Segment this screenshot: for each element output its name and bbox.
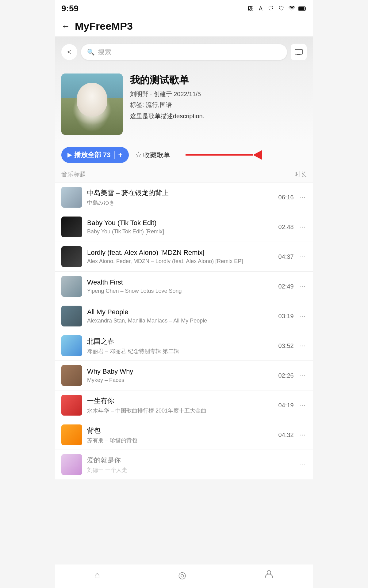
favorite-button[interactable]: ☆ 收藏歌单 (135, 150, 170, 160)
song-title: 背包 (87, 426, 270, 435)
song-subtitle: 刘德一 一个人走 (87, 466, 270, 474)
svg-rect-2 (295, 49, 302, 54)
play-all-label: 播放全部 73 (74, 150, 111, 160)
song-list: 中岛美雪 – 骑在银龙的背上 中島みゆき 06:16 ··· Baby You … (55, 183, 313, 480)
star-icon: ☆ (135, 150, 142, 159)
plus-icon: + (118, 151, 123, 159)
search-back-button[interactable]: < (61, 44, 77, 60)
song-more-button[interactable]: ··· (299, 223, 307, 231)
wifi-icon (288, 6, 296, 12)
status-icons: 🖼 A 🛡 🛡 (246, 6, 307, 12)
status-bar: 9:59 🖼 A 🛡 🛡 (55, 0, 313, 16)
action-row: ▶ 播放全部 73 + ☆ 收藏歌单 (55, 141, 313, 168)
song-duration: 06:16 (275, 194, 294, 201)
song-more-button[interactable]: ··· (299, 431, 307, 439)
song-more-button[interactable]: ··· (299, 371, 307, 379)
playlist-title: 我的测试歌单 (130, 74, 307, 87)
song-subtitle: Yipeng Chen – Snow Lotus Love Song (87, 288, 270, 294)
song-duration: 04:19 (275, 402, 294, 409)
song-item[interactable]: 爱的就是你 刘德一 一个人走 ··· (55, 450, 313, 480)
song-info: 爱的就是你 刘德一 一个人走 (87, 456, 270, 474)
song-more-button[interactable]: ··· (299, 461, 307, 469)
song-duration: 04:32 (275, 432, 294, 439)
song-title: Baby You (Tik Tok Edit) (87, 219, 270, 227)
nav-discover[interactable]: ◎ (178, 570, 186, 580)
play-icon: ▶ (67, 152, 72, 158)
song-info: Lordly (feat. Alex Aiono) [MDZN Remix] A… (87, 249, 270, 265)
song-item[interactable]: All My People Alexandra Stan, Manilla Ma… (55, 301, 313, 331)
song-thumbnail (61, 217, 82, 237)
song-more-button[interactable]: ··· (299, 253, 307, 261)
song-duration: 02:26 (275, 372, 294, 379)
playlist-info: 我的测试歌单 刘明野 · 创建于 2022/11/5 标签: 流行,国语 这里是… (55, 66, 313, 141)
svg-rect-1 (299, 7, 305, 10)
song-item[interactable]: Baby You (Tik Tok Edit) Baby You (Tik To… (55, 212, 313, 242)
song-info: Wealth First Yipeng Chen – Snow Lotus Lo… (87, 278, 270, 294)
playlist-meta: 刘明野 · 创建于 2022/11/5 (130, 90, 307, 98)
back-button[interactable]: ← (61, 21, 70, 31)
song-subtitle: 中島みゆき (87, 199, 270, 206)
song-item[interactable]: 北国之春 邓丽君 – 邓丽君 纪念特别专辑 第二辑 03:52 ··· (55, 331, 313, 361)
song-item[interactable]: 背包 苏有朋 – 珍惜的背包 04:32 ··· (55, 420, 313, 450)
song-thumbnail (61, 306, 82, 326)
battery-icon (298, 6, 307, 12)
song-item[interactable]: 一生有你 水木年华 – 中国歌曲排行榜 2001年度十五大金曲 04:19 ··… (55, 390, 313, 420)
nav-profile[interactable] (264, 569, 274, 581)
playlist-description: 这里是歌单描述description. (130, 112, 307, 120)
shield-icon: 🛡 (267, 6, 275, 12)
profile-icon (264, 569, 274, 581)
song-item[interactable]: Lordly (feat. Alex Aiono) [MDZN Remix] A… (55, 242, 313, 272)
playlist-tags: 标签: 流行,国语 (130, 101, 307, 109)
cover-image (61, 74, 123, 135)
song-info: 背包 苏有朋 – 珍惜的背包 (87, 426, 270, 444)
annotation-arrow (186, 150, 262, 160)
search-area: < 🔍 搜索 (55, 37, 313, 66)
song-title: Why Baby Why (87, 368, 270, 375)
search-placeholder: 搜索 (98, 47, 111, 57)
home-icon: ⌂ (94, 570, 100, 580)
screen-cast-button[interactable] (291, 44, 307, 60)
song-item[interactable]: Why Baby Why Mykey – Faces 02:26 ··· (55, 361, 313, 390)
shield2-icon: 🛡 (277, 6, 286, 12)
song-info: Why Baby Why Mykey – Faces (87, 368, 270, 383)
song-list-header: 音乐标题 时长 (55, 168, 313, 183)
song-title: 爱的就是你 (87, 456, 270, 465)
playlist-cover (61, 74, 123, 135)
song-info: 一生有你 水木年华 – 中国歌曲排行榜 2001年度十五大金曲 (87, 396, 270, 414)
discover-icon: ◎ (178, 570, 186, 580)
song-thumbnail (61, 454, 82, 475)
song-more-button[interactable]: ··· (299, 401, 307, 409)
song-info: 中岛美雪 – 骑在银龙的背上 中島みゆき (87, 188, 270, 206)
song-thumbnail (61, 246, 82, 267)
song-item[interactable]: Wealth First Yipeng Chen – Snow Lotus Lo… (55, 272, 313, 301)
song-subtitle: 邓丽君 – 邓丽君 纪念特别专辑 第二辑 (87, 348, 270, 355)
song-title: 一生有你 (87, 396, 270, 405)
app-header: ← MyFreeMP3 (55, 16, 313, 37)
song-more-button[interactable]: ··· (299, 193, 307, 201)
app-title: MyFreeMP3 (75, 20, 133, 32)
song-thumbnail (61, 335, 82, 356)
song-more-button[interactable]: ··· (299, 282, 307, 290)
song-subtitle: 苏有朋 – 珍惜的背包 (87, 437, 270, 444)
song-duration: 02:49 (275, 283, 294, 290)
text-icon: A (256, 6, 265, 12)
song-info: 北国之春 邓丽君 – 邓丽君 纪念特别专辑 第二辑 (87, 337, 270, 355)
nav-home[interactable]: ⌂ (94, 570, 100, 580)
song-subtitle: Baby You (Tik Tok Edit) [Remix] (87, 228, 270, 235)
song-more-button[interactable]: ··· (299, 312, 307, 320)
song-title: 北国之春 (87, 337, 270, 346)
arrow-head (253, 150, 262, 160)
song-subtitle: Alexandra Stan, Manilla Maniacs – All My… (87, 318, 270, 324)
status-time: 9:59 (61, 4, 79, 13)
song-subtitle: 水木年华 – 中国歌曲排行榜 2001年度十五大金曲 (87, 407, 270, 414)
song-duration: 02:48 (275, 224, 294, 231)
song-info: Baby You (Tik Tok Edit) Baby You (Tik To… (87, 219, 270, 235)
song-subtitle: Alex Aiono, Feder, MDZN – Lordly (feat. … (87, 258, 270, 265)
song-thumbnail (61, 187, 82, 208)
song-more-button[interactable]: ··· (299, 342, 307, 350)
play-all-button[interactable]: ▶ 播放全部 73 + (61, 147, 129, 163)
search-bar[interactable]: 🔍 搜索 (81, 44, 287, 60)
song-thumbnail (61, 424, 82, 445)
song-item[interactable]: 中岛美雪 – 骑在银龙的背上 中島みゆき 06:16 ··· (55, 183, 313, 212)
song-subtitle: Mykey – Faces (87, 377, 270, 383)
